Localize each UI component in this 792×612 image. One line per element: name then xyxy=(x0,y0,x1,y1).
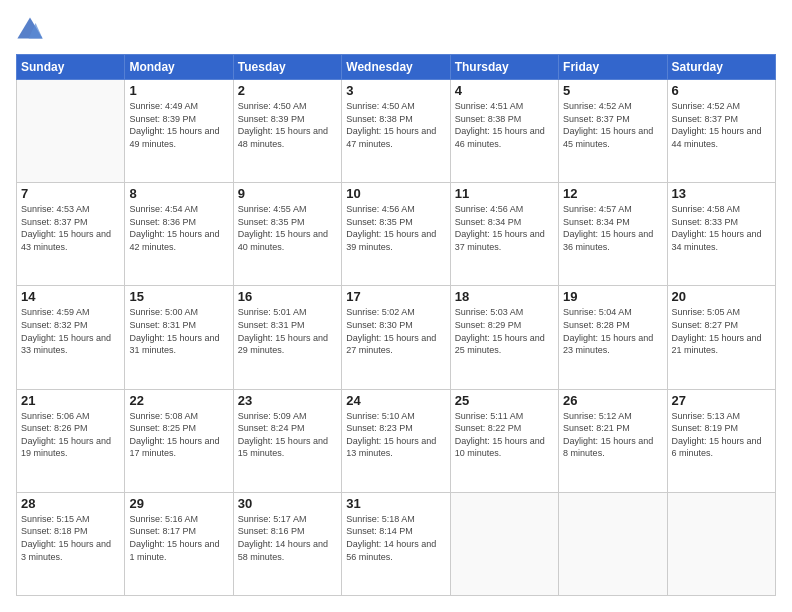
weekday-header-monday: Monday xyxy=(125,55,233,80)
weekday-header-thursday: Thursday xyxy=(450,55,558,80)
day-number: 9 xyxy=(238,186,337,201)
calendar-cell: 15Sunrise: 5:00 AMSunset: 8:31 PMDayligh… xyxy=(125,286,233,389)
day-info: Sunrise: 4:58 AMSunset: 8:33 PMDaylight:… xyxy=(672,203,771,253)
day-info: Sunrise: 4:49 AMSunset: 8:39 PMDaylight:… xyxy=(129,100,228,150)
day-info: Sunrise: 5:13 AMSunset: 8:19 PMDaylight:… xyxy=(672,410,771,460)
day-number: 16 xyxy=(238,289,337,304)
day-number: 28 xyxy=(21,496,120,511)
calendar-cell: 31Sunrise: 5:18 AMSunset: 8:14 PMDayligh… xyxy=(342,492,450,595)
day-number: 30 xyxy=(238,496,337,511)
day-info: Sunrise: 5:03 AMSunset: 8:29 PMDaylight:… xyxy=(455,306,554,356)
weekday-header-saturday: Saturday xyxy=(667,55,775,80)
calendar-cell: 28Sunrise: 5:15 AMSunset: 8:18 PMDayligh… xyxy=(17,492,125,595)
header xyxy=(16,16,776,44)
day-info: Sunrise: 4:52 AMSunset: 8:37 PMDaylight:… xyxy=(672,100,771,150)
day-info: Sunrise: 5:16 AMSunset: 8:17 PMDaylight:… xyxy=(129,513,228,563)
day-info: Sunrise: 5:06 AMSunset: 8:26 PMDaylight:… xyxy=(21,410,120,460)
calendar-cell: 12Sunrise: 4:57 AMSunset: 8:34 PMDayligh… xyxy=(559,183,667,286)
calendar-cell: 14Sunrise: 4:59 AMSunset: 8:32 PMDayligh… xyxy=(17,286,125,389)
calendar-cell: 5Sunrise: 4:52 AMSunset: 8:37 PMDaylight… xyxy=(559,80,667,183)
day-number: 17 xyxy=(346,289,445,304)
calendar-cell: 20Sunrise: 5:05 AMSunset: 8:27 PMDayligh… xyxy=(667,286,775,389)
calendar-cell: 24Sunrise: 5:10 AMSunset: 8:23 PMDayligh… xyxy=(342,389,450,492)
day-number: 24 xyxy=(346,393,445,408)
day-info: Sunrise: 4:50 AMSunset: 8:38 PMDaylight:… xyxy=(346,100,445,150)
week-row-2: 14Sunrise: 4:59 AMSunset: 8:32 PMDayligh… xyxy=(17,286,776,389)
week-row-1: 7Sunrise: 4:53 AMSunset: 8:37 PMDaylight… xyxy=(17,183,776,286)
day-number: 8 xyxy=(129,186,228,201)
day-number: 11 xyxy=(455,186,554,201)
calendar-cell: 18Sunrise: 5:03 AMSunset: 8:29 PMDayligh… xyxy=(450,286,558,389)
day-number: 2 xyxy=(238,83,337,98)
day-number: 19 xyxy=(563,289,662,304)
day-number: 1 xyxy=(129,83,228,98)
day-info: Sunrise: 4:51 AMSunset: 8:38 PMDaylight:… xyxy=(455,100,554,150)
day-info: Sunrise: 5:15 AMSunset: 8:18 PMDaylight:… xyxy=(21,513,120,563)
calendar-cell: 9Sunrise: 4:55 AMSunset: 8:35 PMDaylight… xyxy=(233,183,341,286)
calendar-cell: 27Sunrise: 5:13 AMSunset: 8:19 PMDayligh… xyxy=(667,389,775,492)
day-number: 12 xyxy=(563,186,662,201)
day-info: Sunrise: 5:01 AMSunset: 8:31 PMDaylight:… xyxy=(238,306,337,356)
calendar-cell: 2Sunrise: 4:50 AMSunset: 8:39 PMDaylight… xyxy=(233,80,341,183)
day-info: Sunrise: 5:09 AMSunset: 8:24 PMDaylight:… xyxy=(238,410,337,460)
weekday-header-tuesday: Tuesday xyxy=(233,55,341,80)
weekday-header-wednesday: Wednesday xyxy=(342,55,450,80)
day-number: 4 xyxy=(455,83,554,98)
calendar-body: 1Sunrise: 4:49 AMSunset: 8:39 PMDaylight… xyxy=(17,80,776,596)
calendar-cell: 22Sunrise: 5:08 AMSunset: 8:25 PMDayligh… xyxy=(125,389,233,492)
day-number: 25 xyxy=(455,393,554,408)
day-number: 26 xyxy=(563,393,662,408)
week-row-3: 21Sunrise: 5:06 AMSunset: 8:26 PMDayligh… xyxy=(17,389,776,492)
day-info: Sunrise: 4:50 AMSunset: 8:39 PMDaylight:… xyxy=(238,100,337,150)
day-info: Sunrise: 4:56 AMSunset: 8:34 PMDaylight:… xyxy=(455,203,554,253)
day-number: 14 xyxy=(21,289,120,304)
weekday-header-sunday: Sunday xyxy=(17,55,125,80)
calendar-cell: 23Sunrise: 5:09 AMSunset: 8:24 PMDayligh… xyxy=(233,389,341,492)
day-info: Sunrise: 5:12 AMSunset: 8:21 PMDaylight:… xyxy=(563,410,662,460)
calendar-cell: 6Sunrise: 4:52 AMSunset: 8:37 PMDaylight… xyxy=(667,80,775,183)
day-number: 13 xyxy=(672,186,771,201)
day-number: 15 xyxy=(129,289,228,304)
day-number: 6 xyxy=(672,83,771,98)
day-info: Sunrise: 5:04 AMSunset: 8:28 PMDaylight:… xyxy=(563,306,662,356)
calendar-cell: 30Sunrise: 5:17 AMSunset: 8:16 PMDayligh… xyxy=(233,492,341,595)
calendar-cell xyxy=(667,492,775,595)
week-row-0: 1Sunrise: 4:49 AMSunset: 8:39 PMDaylight… xyxy=(17,80,776,183)
day-info: Sunrise: 5:10 AMSunset: 8:23 PMDaylight:… xyxy=(346,410,445,460)
day-number: 22 xyxy=(129,393,228,408)
calendar-cell: 1Sunrise: 4:49 AMSunset: 8:39 PMDaylight… xyxy=(125,80,233,183)
calendar-cell: 17Sunrise: 5:02 AMSunset: 8:30 PMDayligh… xyxy=(342,286,450,389)
calendar-cell: 26Sunrise: 5:12 AMSunset: 8:21 PMDayligh… xyxy=(559,389,667,492)
day-number: 21 xyxy=(21,393,120,408)
weekday-header-friday: Friday xyxy=(559,55,667,80)
day-number: 3 xyxy=(346,83,445,98)
day-info: Sunrise: 4:57 AMSunset: 8:34 PMDaylight:… xyxy=(563,203,662,253)
calendar-cell: 4Sunrise: 4:51 AMSunset: 8:38 PMDaylight… xyxy=(450,80,558,183)
day-number: 31 xyxy=(346,496,445,511)
calendar-cell: 3Sunrise: 4:50 AMSunset: 8:38 PMDaylight… xyxy=(342,80,450,183)
calendar-cell: 8Sunrise: 4:54 AMSunset: 8:36 PMDaylight… xyxy=(125,183,233,286)
day-info: Sunrise: 5:05 AMSunset: 8:27 PMDaylight:… xyxy=(672,306,771,356)
day-number: 29 xyxy=(129,496,228,511)
day-info: Sunrise: 5:00 AMSunset: 8:31 PMDaylight:… xyxy=(129,306,228,356)
day-number: 7 xyxy=(21,186,120,201)
calendar-cell: 11Sunrise: 4:56 AMSunset: 8:34 PMDayligh… xyxy=(450,183,558,286)
day-info: Sunrise: 5:11 AMSunset: 8:22 PMDaylight:… xyxy=(455,410,554,460)
calendar-cell: 7Sunrise: 4:53 AMSunset: 8:37 PMDaylight… xyxy=(17,183,125,286)
calendar-cell: 10Sunrise: 4:56 AMSunset: 8:35 PMDayligh… xyxy=(342,183,450,286)
day-info: Sunrise: 5:17 AMSunset: 8:16 PMDaylight:… xyxy=(238,513,337,563)
day-number: 20 xyxy=(672,289,771,304)
day-number: 10 xyxy=(346,186,445,201)
logo-icon xyxy=(16,16,44,44)
calendar-cell xyxy=(17,80,125,183)
day-info: Sunrise: 5:08 AMSunset: 8:25 PMDaylight:… xyxy=(129,410,228,460)
day-number: 23 xyxy=(238,393,337,408)
day-info: Sunrise: 4:59 AMSunset: 8:32 PMDaylight:… xyxy=(21,306,120,356)
logo xyxy=(16,16,48,44)
day-info: Sunrise: 4:56 AMSunset: 8:35 PMDaylight:… xyxy=(346,203,445,253)
week-row-4: 28Sunrise: 5:15 AMSunset: 8:18 PMDayligh… xyxy=(17,492,776,595)
calendar-cell xyxy=(559,492,667,595)
calendar-cell: 16Sunrise: 5:01 AMSunset: 8:31 PMDayligh… xyxy=(233,286,341,389)
day-info: Sunrise: 4:53 AMSunset: 8:37 PMDaylight:… xyxy=(21,203,120,253)
day-info: Sunrise: 4:55 AMSunset: 8:35 PMDaylight:… xyxy=(238,203,337,253)
